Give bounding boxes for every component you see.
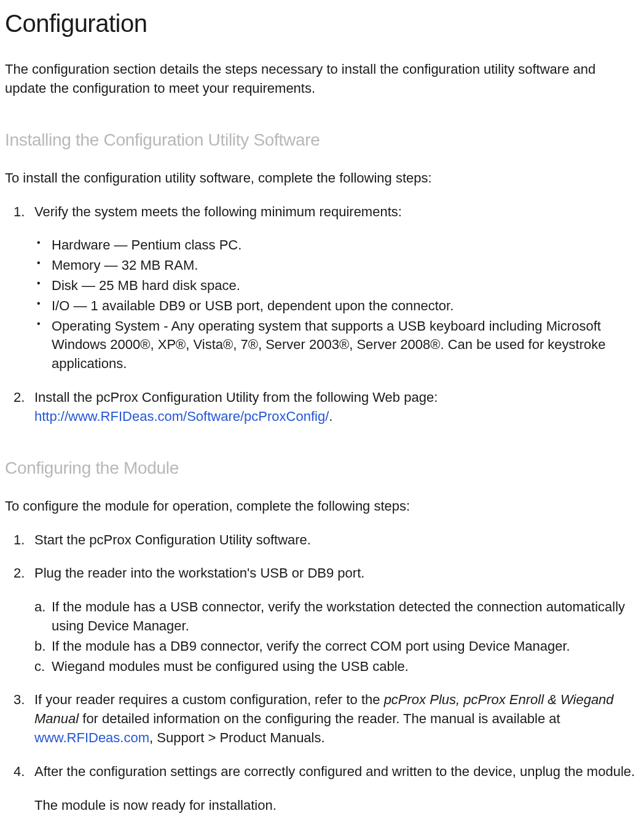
section-heading-configure: Configuring the Module bbox=[5, 456, 639, 480]
req-disk: Disk — 25 MB hard disk space. bbox=[34, 276, 639, 296]
section2-intro: To configure the module for operation, c… bbox=[5, 497, 639, 516]
page-title: Configuration bbox=[5, 6, 639, 41]
configure-sub-a: If the module has a USB connector, verif… bbox=[34, 598, 639, 636]
install-step-1: Verify the system meets the following mi… bbox=[5, 203, 639, 374]
configure-sub-b: If the module has a DB9 connector, verif… bbox=[34, 637, 639, 656]
configure-sublist: If the module has a USB connector, verif… bbox=[34, 598, 639, 676]
req-os: Operating System - Any operating system … bbox=[34, 317, 639, 374]
manual-link[interactable]: www.RFIDeas.com bbox=[34, 730, 149, 745]
configure-step-1: Start the pcProx Configuration Utility s… bbox=[5, 531, 639, 550]
install-step-2-pre: Install the pcProx Configuration Utility… bbox=[34, 390, 438, 405]
install-step-1-text: Verify the system meets the following mi… bbox=[34, 204, 402, 219]
configure-step-3-mid: for detailed information on the configur… bbox=[79, 711, 560, 726]
install-steps-list: Verify the system meets the following mi… bbox=[5, 203, 639, 426]
configure-step-2: Plug the reader into the workstation's U… bbox=[5, 564, 639, 676]
configure-step-3: If your reader requires a custom configu… bbox=[5, 691, 639, 747]
install-step-2: Install the pcProx Configuration Utility… bbox=[5, 388, 639, 426]
configure-step-3-post: , Support > Product Manuals. bbox=[149, 730, 325, 745]
section-heading-install: Installing the Configuration Utility Sof… bbox=[5, 128, 639, 152]
req-memory: Memory — 32 MB RAM. bbox=[34, 256, 639, 275]
req-hardware: Hardware — Pentium class PC. bbox=[34, 236, 639, 255]
configure-sub-c: Wiegand modules must be configured using… bbox=[34, 657, 639, 676]
section1-intro: To install the configuration utility sof… bbox=[5, 169, 639, 188]
requirements-list: Hardware — Pentium class PC. Memory — 32… bbox=[34, 236, 639, 374]
req-io: I/O — 1 available DB9 or USB port, depen… bbox=[34, 297, 639, 316]
install-link[interactable]: http://www.RFIDeas.com/Software/pcProxCo… bbox=[34, 409, 329, 424]
configure-step-3-pre: If your reader requires a custom configu… bbox=[34, 692, 384, 707]
configure-step-2-text: Plug the reader into the workstation's U… bbox=[34, 565, 364, 581]
install-step-2-post: . bbox=[329, 409, 332, 424]
configure-step-4: After the configuration settings are cor… bbox=[5, 762, 639, 782]
intro-paragraph: The configuration section details the st… bbox=[5, 60, 639, 98]
configure-steps-list: Start the pcProx Configuration Utility s… bbox=[5, 531, 639, 782]
trailing-text: The module is now ready for installation… bbox=[5, 796, 639, 815]
